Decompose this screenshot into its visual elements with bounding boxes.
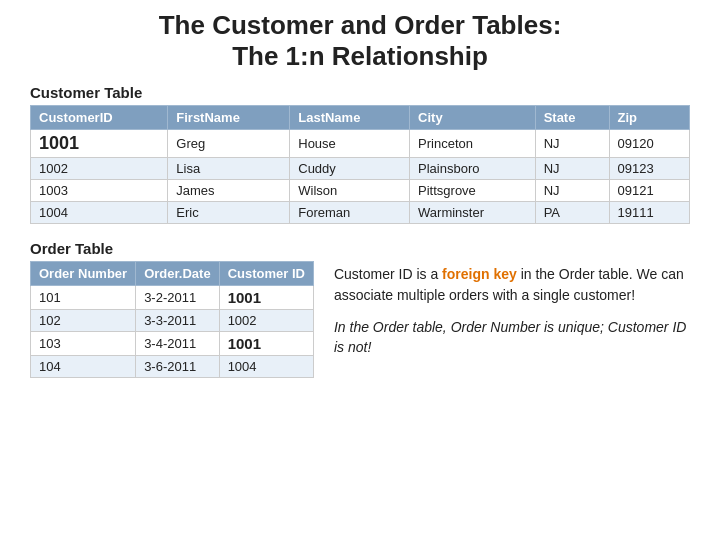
customer-col-header: CustomerID xyxy=(31,106,168,130)
table-cell: Warminster xyxy=(410,202,536,224)
order-table-wrap: Order Table Order NumberOrder.DateCustom… xyxy=(30,240,314,378)
table-cell: Pittsgrove xyxy=(410,180,536,202)
customer-col-header: LastName xyxy=(290,106,410,130)
table-cell: 3-3-2011 xyxy=(136,310,219,332)
table-cell: NJ xyxy=(535,130,609,158)
customer-col-header: FirstName xyxy=(168,106,290,130)
table-cell: 1003 xyxy=(31,180,168,202)
table-cell: Greg xyxy=(168,130,290,158)
table-cell: Plainsboro xyxy=(410,158,536,180)
customer-col-header: State xyxy=(535,106,609,130)
table-row: 1033-4-20111001 xyxy=(31,332,314,356)
table-cell: 1002 xyxy=(219,310,313,332)
table-row: 1003JamesWilsonPittsgroveNJ09121 xyxy=(31,180,690,202)
info-part1: Customer ID is a xyxy=(334,266,442,282)
order-col-header: Order Number xyxy=(31,262,136,286)
info-text: Customer ID is a foreign key in the Orde… xyxy=(334,240,690,369)
table-cell: 104 xyxy=(31,356,136,378)
table-row: 1002LisaCuddyPlainsboroNJ09123 xyxy=(31,158,690,180)
table-cell: NJ xyxy=(535,158,609,180)
table-cell: 3-6-2011 xyxy=(136,356,219,378)
bottom-section: Order Table Order NumberOrder.DateCustom… xyxy=(30,240,690,378)
table-cell: 1001 xyxy=(219,332,313,356)
table-cell: 3-4-2011 xyxy=(136,332,219,356)
table-cell: 103 xyxy=(31,332,136,356)
table-cell: Princeton xyxy=(410,130,536,158)
order-table: Order NumberOrder.DateCustomer ID 1013-2… xyxy=(30,261,314,378)
table-cell: Foreman xyxy=(290,202,410,224)
table-cell: 102 xyxy=(31,310,136,332)
main-title: The Customer and Order Tables: The 1:n R… xyxy=(30,10,690,72)
table-cell: House xyxy=(290,130,410,158)
order-col-header: Order.Date xyxy=(136,262,219,286)
table-cell: 1001 xyxy=(219,286,313,310)
foreign-key-label: foreign key xyxy=(442,266,517,282)
table-cell: 1002 xyxy=(31,158,168,180)
order-col-header: Customer ID xyxy=(219,262,313,286)
table-cell: 101 xyxy=(31,286,136,310)
table-row: 1023-3-20111002 xyxy=(31,310,314,332)
table-cell: PA xyxy=(535,202,609,224)
title-line2: The 1:n Relationship xyxy=(232,41,488,71)
table-cell: 09121 xyxy=(609,180,690,202)
customer-table-label: Customer Table xyxy=(30,84,690,101)
table-cell: 1004 xyxy=(31,202,168,224)
table-cell: Cuddy xyxy=(290,158,410,180)
table-cell: 1004 xyxy=(219,356,313,378)
customer-col-header: City xyxy=(410,106,536,130)
table-cell: 3-2-2011 xyxy=(136,286,219,310)
title-line1: The Customer and Order Tables: xyxy=(159,10,562,40)
table-cell: Wilson xyxy=(290,180,410,202)
table-row: 1004EricForemanWarminsterPA19111 xyxy=(31,202,690,224)
table-cell: James xyxy=(168,180,290,202)
customer-col-header: Zip xyxy=(609,106,690,130)
table-cell: 19111 xyxy=(609,202,690,224)
table-row: 1013-2-20111001 xyxy=(31,286,314,310)
info-paragraph-1: Customer ID is a foreign key in the Orde… xyxy=(334,264,690,305)
customer-table: CustomerIDFirstNameLastNameCityStateZip … xyxy=(30,105,690,224)
table-cell: 09120 xyxy=(609,130,690,158)
table-cell: Eric xyxy=(168,202,290,224)
table-row: 1043-6-20111004 xyxy=(31,356,314,378)
table-cell: NJ xyxy=(535,180,609,202)
table-cell: Lisa xyxy=(168,158,290,180)
order-table-label: Order Table xyxy=(30,240,314,257)
table-cell: 1001 xyxy=(31,130,168,158)
page: The Customer and Order Tables: The 1:n R… xyxy=(0,0,720,540)
table-cell: 09123 xyxy=(609,158,690,180)
table-row: 1001GregHousePrincetonNJ09120 xyxy=(31,130,690,158)
info-italic: In the Order table, Order Number is uniq… xyxy=(334,317,690,358)
